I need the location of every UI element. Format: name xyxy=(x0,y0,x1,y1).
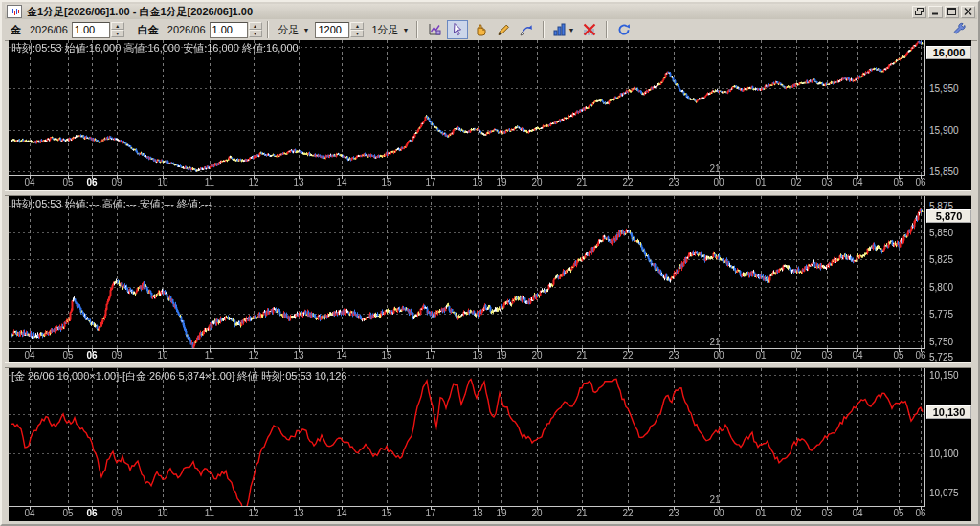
platinum-multiplier-up[interactable]: ▲ xyxy=(249,22,262,30)
time-axis: 0405060910111213141517181920212223000102… xyxy=(9,508,926,520)
spread-info-line: [金 26/06 16,000×1.00]-[白金 26/06 5,874×1.… xyxy=(11,369,346,384)
price-axis-label: 5,725 xyxy=(929,352,971,362)
bar-type-dropdown[interactable]: 分足▼ xyxy=(277,22,312,38)
chevron-down-icon: ▼ xyxy=(403,27,410,33)
time-axis-label: 09 xyxy=(106,177,127,187)
toolbar: 金 2026/06 ▲▼ 白金 2026/06 ▲▼ 分足▼ ▲▼ 1分足▼ xyxy=(5,19,977,41)
time-axis-label: 13 xyxy=(288,177,309,187)
time-axis-label: 00 xyxy=(708,177,729,187)
current-price-box: 5,870 xyxy=(926,209,971,223)
gold-info-line: 時刻:05:53 始値:16,000 高値:16,000 安値:16,000 終… xyxy=(11,41,299,55)
time-axis-label: 10 xyxy=(152,508,173,518)
time-axis-label: 20 xyxy=(526,350,547,361)
time-axis-label: 14 xyxy=(331,508,352,518)
toolbar-divider xyxy=(543,21,545,38)
time-axis-label: 11 xyxy=(199,508,220,518)
gold-multiplier-up[interactable]: ▲ xyxy=(111,22,124,30)
time-axis-label: 21 xyxy=(571,177,592,187)
time-axis-label: 04 xyxy=(847,508,868,518)
time-axis-label: 05 xyxy=(888,508,909,518)
chevron-down-icon: ▼ xyxy=(568,27,575,33)
price-axis-label: 15,850 xyxy=(929,166,971,177)
time-axis-label: 12 xyxy=(243,508,264,518)
bar-count-down[interactable]: ▼ xyxy=(350,30,364,37)
bar-count-up[interactable]: ▲ xyxy=(350,22,364,30)
time-axis-label: 01 xyxy=(750,177,771,187)
time-axis-label: 17 xyxy=(420,508,441,518)
time-axis-label: 11 xyxy=(199,177,220,187)
time-axis-label: 04 xyxy=(19,177,40,187)
time-axis-label: 18 xyxy=(467,508,488,518)
minimize-button[interactable] xyxy=(928,6,943,18)
clear-chart-icon xyxy=(582,22,597,37)
price-axis-label: 5,825 xyxy=(929,254,971,265)
arrow-annotate-icon xyxy=(519,22,534,37)
time-axis-label: 05 xyxy=(888,350,909,361)
bar-count-input[interactable] xyxy=(315,22,349,38)
price-axis-label: 10,150 xyxy=(929,370,971,381)
interval-dropdown[interactable]: 1分足▼ xyxy=(369,22,411,38)
time-axis-label: 05 xyxy=(57,350,78,361)
time-axis-label: 23 xyxy=(663,508,684,518)
time-axis: 0405060910111213141517181920212223000102… xyxy=(9,177,926,189)
window-title: 金1分足[2026/06]1.00 - 白金1分足[2026/06]1.00 xyxy=(27,5,253,19)
restore-button[interactable] xyxy=(912,6,926,18)
bar-count-spinner: ▲▼ xyxy=(315,22,364,38)
close-button[interactable] xyxy=(961,6,975,18)
time-axis-label: 13 xyxy=(288,350,309,361)
hand-icon xyxy=(473,22,488,37)
price-axis-label: 15,950 xyxy=(929,83,971,94)
select-tool-button[interactable] xyxy=(447,20,468,39)
time-axis-label: 23 xyxy=(663,177,684,187)
time-axis-label: 09 xyxy=(106,508,127,518)
time-axis-label: 20 xyxy=(526,177,547,187)
time-axis-label: 09 xyxy=(106,350,127,361)
date-marker-label: 21 xyxy=(706,164,724,174)
chart-settings-button[interactable] xyxy=(424,20,445,39)
time-axis-label: 12 xyxy=(243,350,264,361)
time-axis-label: 17 xyxy=(420,350,441,361)
time-axis-label: 10 xyxy=(152,177,173,187)
time-axis-label: 02 xyxy=(786,177,807,187)
chart-panel-platinum: 時刻:05:53 始値:--- 高値:--- 安値:--- 終値:--- 040… xyxy=(9,196,971,362)
chart-panel-spread: [金 26/06 16,000×1.00]-[白金 26/06 5,874×1.… xyxy=(9,368,971,521)
gold-multiplier-input[interactable] xyxy=(72,22,110,38)
platinum-chart-canvas[interactable] xyxy=(9,196,926,353)
draw-tool-button[interactable] xyxy=(493,20,514,39)
time-axis-label: 03 xyxy=(816,508,837,518)
settings-wrench-button[interactable] xyxy=(949,20,970,39)
time-axis-label: 04 xyxy=(847,177,868,187)
maximize-button[interactable] xyxy=(945,6,959,18)
price-axis-label: 5,750 xyxy=(929,337,971,347)
chart-type-dropdown-button[interactable]: ▼ xyxy=(550,20,577,39)
time-axis-label: 22 xyxy=(617,177,638,187)
pencil-icon xyxy=(496,22,511,37)
time-axis-label: 15 xyxy=(376,350,397,361)
gold-chart-canvas[interactable] xyxy=(9,40,926,180)
time-axis-label: 22 xyxy=(617,350,638,361)
pan-tool-button[interactable] xyxy=(470,20,491,39)
time-axis-label: 18 xyxy=(467,177,488,187)
platinum-multiplier-down[interactable]: ▼ xyxy=(249,30,262,37)
platinum-symbol-label: 白金 xyxy=(138,23,159,37)
annotate-tool-button[interactable] xyxy=(516,20,537,39)
gold-multiplier-down[interactable]: ▼ xyxy=(111,30,124,37)
time-axis-label: 06 xyxy=(910,177,931,187)
time-axis-label: 02 xyxy=(786,508,807,518)
platinum-multiplier-input[interactable] xyxy=(210,22,248,38)
spread-chart-canvas[interactable] xyxy=(9,368,926,511)
price-axis-label: 5,775 xyxy=(929,309,971,319)
time-axis-label: 13 xyxy=(288,508,309,518)
toolbar-divider xyxy=(267,21,269,38)
time-axis-label: 06 xyxy=(81,350,102,361)
refresh-button[interactable] xyxy=(613,20,635,39)
time-axis-label: 06 xyxy=(910,350,931,361)
wrench-icon xyxy=(951,21,969,36)
gold-contract-month: 2026/06 xyxy=(30,24,68,35)
time-axis-label: 17 xyxy=(420,177,441,187)
time-axis-label: 00 xyxy=(708,508,729,518)
clear-chart-button[interactable] xyxy=(579,20,600,39)
time-axis: 0405060910111213141517181920212223000102… xyxy=(9,350,926,362)
time-axis-label: 12 xyxy=(243,177,264,187)
cursor-icon xyxy=(450,22,465,37)
